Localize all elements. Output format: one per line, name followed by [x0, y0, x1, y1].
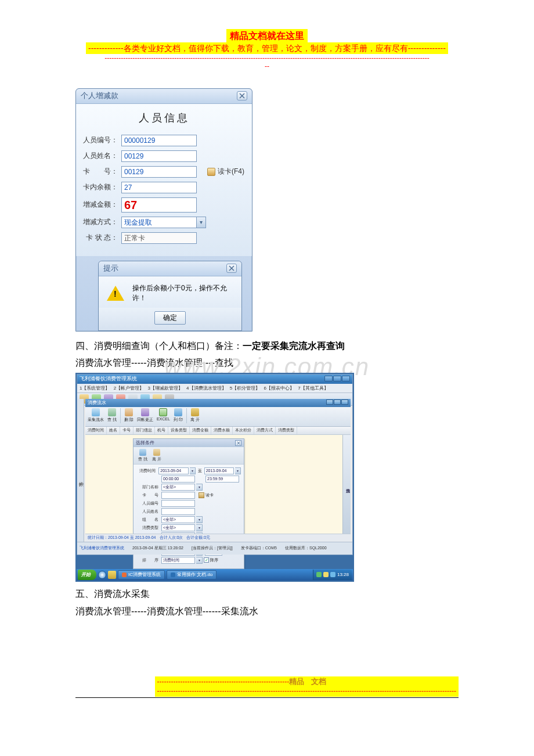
main-toolbar: 采集流水 查 找 删 除 回帐更正 EXCEL 列 印 离 开: [85, 407, 351, 427]
select-method[interactable]: 现金提取: [121, 217, 197, 228]
header-subtitle: -------------各类专业好文档，值得你下载，教育，管理，论文，制度，方…: [86, 42, 448, 54]
dialog-titlebar: 个人增减款: [76, 89, 252, 104]
section-title: 人员信息: [81, 107, 247, 131]
left-dock[interactable]: 帐户: [77, 399, 84, 555]
read-card-label: 读卡(F4): [218, 167, 244, 177]
time-to[interactable]: 23:59:59: [205, 476, 239, 483]
app-menubar[interactable]: 1【系统管理】 2【帐户管理】 3【增减款管理】 4【消费流水管理】 5【积分管…: [77, 384, 352, 393]
tb-print[interactable]: 列 印: [174, 408, 183, 423]
tb-excel[interactable]: EXCEL: [157, 408, 170, 421]
filter-titlebar: 选择条件: [134, 439, 244, 447]
read-card-button[interactable]: 读卡(F4): [207, 167, 244, 177]
tb-find[interactable]: 查 找: [107, 408, 117, 423]
time-from[interactable]: 00:00:00: [161, 476, 195, 483]
right-scroll-tab[interactable]: 消费流水: [342, 435, 351, 534]
filter-find-button[interactable]: 查 找: [138, 449, 147, 462]
dialog-personal-adjust: 个人增减款 人员信息 人员编号： 00000129 人员姓名： 00129 卡 …: [75, 88, 252, 332]
dialog-title: 个人增减款: [81, 91, 237, 101]
tray-icon[interactable]: [330, 572, 335, 577]
tray-icon[interactable]: [323, 572, 329, 577]
tb-exit[interactable]: 离 开: [190, 408, 200, 423]
chevron-down-icon[interactable]: ▾: [196, 524, 203, 531]
chevron-down-icon[interactable]: ▾: [235, 467, 241, 474]
input-card-status: 正常卡: [121, 232, 197, 244]
section-4-line-1: 四、消费明细查询（个人和档口）备注：一定要采集完流水再查询: [75, 339, 459, 354]
select-consume-type[interactable]: <全部>: [161, 524, 195, 531]
tray-icon[interactable]: [316, 572, 322, 577]
label-card-status: 卡 状 态：: [81, 233, 118, 243]
chevron-down-icon[interactable]: ▾: [196, 516, 203, 523]
page-header: 精品文档就在这里 -------------各类专业好文档，值得你下载，教育，管…: [0, 29, 534, 71]
label-card-no: 卡 号：: [81, 167, 118, 177]
tb-correct[interactable]: 回帐更正: [137, 408, 153, 423]
chevron-down-icon[interactable]: ▾: [190, 467, 196, 474]
checkbox-descending[interactable]: ✓: [204, 557, 209, 563]
input-card-no[interactable]: 00129: [121, 166, 197, 178]
label-balance: 卡内余额：: [81, 182, 118, 192]
xp-taskbar: 开始 IC消费管理系统 常用操作 文档.do 13:28: [77, 569, 353, 581]
statusbar-info: 飞利浦餐饮消费管理系统 2013-09-04 星期三 13:28:02 [当前操…: [77, 542, 352, 555]
read-card-button[interactable]: 读卡: [199, 492, 214, 498]
close-icon[interactable]: [237, 91, 247, 100]
alert-dialog: 提示 操作后余额小于0元，操作不允许！ 确定: [98, 261, 242, 331]
label-person-name: 人员姓名：: [81, 151, 118, 161]
chevron-down-icon[interactable]: ▾: [197, 217, 206, 228]
label-amount: 增减金额：: [81, 200, 118, 210]
filter-exit-button[interactable]: 离 开: [152, 449, 161, 462]
date-from[interactable]: 2013-09-04: [158, 467, 189, 474]
window-controls[interactable]: [324, 376, 350, 383]
app-titlebar: 飞利浦餐饮消费管理系统: [77, 375, 352, 384]
statusbar-stats: 统计日期：2013-09-04 至 2013-09-04 合计人次:0次 合计金…: [85, 534, 351, 542]
taskbar-item[interactable]: IC消费管理系统: [118, 570, 165, 579]
header-dashes-1: ----------------------------------------…: [35, 54, 499, 62]
alert-titlebar: 提示: [99, 261, 241, 276]
input-amount[interactable]: 67: [121, 197, 197, 213]
select-dept[interactable]: <全部>: [161, 484, 195, 491]
label-person-id: 人员编号：: [81, 135, 118, 145]
clock: 13:28: [337, 572, 349, 577]
app-screenshot: 飞利浦餐饮消费管理系统 1【系统管理】 2【帐户管理】 3【增减款管理】 4【消…: [75, 373, 354, 582]
input-card[interactable]: [161, 492, 195, 499]
alert-message: 操作后余额小于0元，操作不允许！: [132, 283, 233, 303]
active-tab[interactable]: 消费流水: [88, 399, 106, 406]
tab-window-controls[interactable]: [326, 399, 348, 406]
label-method: 增减方式：: [81, 217, 118, 227]
chevron-down-icon[interactable]: ▾: [196, 484, 203, 491]
taskbar-item[interactable]: 常用操作 文档.do: [167, 570, 217, 579]
app-title: 飞利浦餐饮消费管理系统: [80, 375, 137, 383]
warning-icon: [107, 286, 124, 301]
start-button[interactable]: 开始: [78, 570, 96, 580]
header-dashes-2: --: [35, 62, 499, 70]
card-reader-icon: [199, 492, 204, 498]
tab-bar: 消费流水: [85, 399, 351, 407]
date-to[interactable]: 2013-09-04: [204, 467, 234, 474]
input-person-id[interactable]: 00000129: [121, 135, 197, 146]
page-footer: ----------------------------------------…: [75, 676, 459, 697]
input-person-name[interactable]: 00129: [121, 150, 197, 162]
table-header[interactable]: 消费时间 姓名 卡号 部门信息 机号 设备类型 消费金额 消费水额 本次积分 消…: [85, 427, 351, 435]
system-tray[interactable]: 13:28: [313, 570, 352, 580]
close-icon[interactable]: [235, 440, 241, 446]
alert-title: 提示: [103, 263, 226, 273]
chevron-down-icon[interactable]: ▾: [196, 557, 203, 564]
section-5-line-2: 消费流水管理-----消费流水管理------采集流水: [75, 604, 459, 619]
select-group[interactable]: <全部>: [161, 516, 195, 523]
ok-button[interactable]: 确定: [154, 311, 186, 325]
select-sort[interactable]: 消费时间: [161, 557, 195, 564]
input-balance[interactable]: 27: [121, 182, 197, 193]
header-title: 精品文档就在这里: [226, 29, 308, 44]
close-icon[interactable]: [226, 264, 237, 273]
quick-launch-icon[interactable]: [108, 571, 116, 579]
section-5-line-1: 五、消费流水采集: [75, 586, 459, 602]
input-person-id[interactable]: [161, 500, 195, 507]
input-person-name[interactable]: [161, 508, 195, 515]
quick-launch-icon[interactable]: [98, 571, 106, 579]
tb-delete[interactable]: 删 除: [124, 408, 134, 423]
card-reader-icon: [207, 168, 215, 176]
tb-collect[interactable]: 采集流水: [88, 408, 104, 423]
